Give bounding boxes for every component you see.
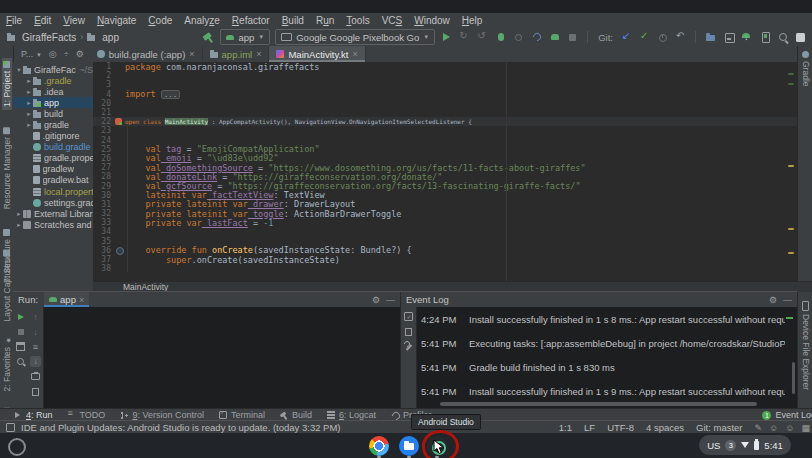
code-line[interactable]: 33 private var lastFact = -1 (93, 218, 797, 227)
tree-item-external-libraries[interactable]: ▸External Libraries (13, 208, 93, 219)
tool-window-button-terminal[interactable]: Terminal (219, 410, 265, 420)
stop-icon[interactable] (566, 31, 579, 44)
tool-window-button-4-run[interactable]: 4: Run (14, 410, 53, 420)
wrap-icon[interactable] (30, 341, 41, 352)
locate-file-icon[interactable]: ◎ (49, 49, 57, 59)
tree-item-app[interactable]: ▸app (13, 97, 93, 108)
history-icon[interactable] (656, 31, 669, 44)
sdk-icon[interactable] (740, 31, 753, 44)
pen-icon[interactable]: ✎ (755, 423, 763, 433)
code-line[interactable]: 2 (93, 71, 797, 80)
menu-file[interactable]: File (6, 15, 22, 26)
run-configuration-dropdown[interactable]: app▼ (220, 29, 270, 45)
avd-icon[interactable] (758, 31, 771, 44)
vertical-scrollbar[interactable] (792, 362, 795, 394)
tab-mainactivity-kt[interactable]: MainActivity.kt× (269, 46, 365, 62)
attach-icon[interactable] (548, 31, 561, 44)
print-icon[interactable] (30, 371, 41, 382)
breadcrumb-module[interactable]: app (102, 32, 119, 43)
launcher-button[interactable] (8, 438, 26, 456)
debug-icon[interactable] (494, 31, 507, 44)
indicator-icon[interactable]: ▦ (801, 423, 810, 433)
code-line[interactable]: 37 super.onCreate(savedInstanceState) (93, 255, 797, 264)
clear-icon[interactable] (30, 386, 41, 397)
menu-code[interactable]: Code (148, 15, 172, 26)
files-app-icon[interactable] (399, 436, 419, 456)
status-lf[interactable]: LF (584, 422, 595, 433)
pin-icon[interactable] (15, 356, 26, 367)
status-1-1[interactable]: 1:1 (559, 422, 572, 433)
run-console[interactable] (43, 307, 400, 409)
menu-help[interactable]: Help (462, 15, 483, 26)
wrench-icon[interactable] (403, 341, 414, 352)
coverage-icon[interactable] (512, 31, 525, 44)
minimize-icon[interactable]: — (783, 295, 792, 305)
menu-build[interactable]: Build (282, 15, 304, 26)
code-line[interactable]: 38 (93, 264, 797, 273)
code-editor[interactable]: 1package com.naranjaconsal.giraffefacts2… (93, 62, 797, 281)
smiley-icon[interactable]: ☺ (785, 423, 794, 433)
markread-icon[interactable] (403, 311, 414, 322)
menu-edit[interactable]: Edit (34, 15, 51, 26)
status-git-master[interactable]: Git: master (696, 422, 742, 433)
commit-icon[interactable] (638, 31, 651, 44)
menu-refactor[interactable]: Refactor (232, 15, 270, 26)
stop-icon[interactable] (15, 326, 26, 337)
tab-build-gradle-app[interactable]: build.gradle (:app)× (90, 46, 203, 62)
run-play-icon[interactable] (440, 31, 453, 44)
chrome-app-icon[interactable] (369, 436, 389, 456)
code-line[interactable]: 3 (93, 80, 797, 89)
profiler-icon[interactable] (530, 31, 543, 44)
trash-icon[interactable] (403, 326, 414, 337)
window-icon[interactable] (794, 31, 807, 44)
code-line[interactable]: 20 (93, 99, 797, 108)
code-line[interactable]: 22open class MainActivity : AppCompatAct… (93, 117, 797, 126)
tree-item-gradle[interactable]: ▸gradle (13, 119, 93, 130)
close-icon[interactable]: × (256, 49, 261, 59)
breadcrumb-project[interactable]: GiraffeFacts (22, 32, 76, 43)
tool-window-button-9-version-control[interactable]: 9: Version Control (120, 410, 204, 420)
tree-item-settings-gradle[interactable]: settings.gradle (13, 197, 93, 208)
tree-item-gradlew-bat[interactable]: gradlew.bat (13, 175, 93, 186)
code-line[interactable]: 1package com.naranjaconsal.giraffefacts (93, 62, 797, 71)
menu-run[interactable]: Run (316, 15, 334, 26)
tool-window-button-todo[interactable]: TODO (68, 410, 106, 420)
tree-item-local-properties[interactable]: local.properties (13, 186, 93, 197)
tool-window-button-build[interactable]: Build (280, 410, 312, 420)
tree-item-scratches-and-consoles[interactable]: ▸Scratches and Consoles (13, 219, 93, 230)
down-icon[interactable] (30, 326, 41, 337)
menu-window[interactable]: Window (414, 15, 450, 26)
tool-window-stripe-device-file-explorer[interactable]: Device File Explorer (801, 301, 811, 390)
menu-view[interactable]: View (63, 15, 85, 26)
tree-item-build-gradle[interactable]: build.gradle (13, 142, 93, 153)
search-icon[interactable] (776, 31, 789, 44)
close-icon[interactable]: × (352, 49, 357, 59)
apply-code-icon[interactable] (476, 31, 489, 44)
status-utf-8[interactable]: UTF-8 (607, 422, 634, 433)
menu-vcs[interactable]: VCS (382, 15, 403, 26)
status-4-spaces[interactable]: 4 spaces (646, 422, 684, 433)
revert-icon[interactable] (674, 31, 687, 44)
code-line[interactable]: 34 (93, 227, 797, 236)
tool-window-stripe-1-project[interactable]: 1: Project (2, 58, 12, 110)
status-message[interactable]: IDE and Plugin Updates: Android Studio i… (21, 422, 341, 433)
tree-item-idea[interactable]: ▸.idea (13, 86, 93, 97)
tab-app-iml[interactable]: app.iml× (203, 46, 270, 62)
menu-navigate[interactable]: Navigate (97, 15, 136, 26)
tool-window-button-6-logcat[interactable]: 6: Logcat (327, 410, 376, 420)
tool-window-stripe-layout-captures[interactable]: Layout Captures (2, 246, 12, 324)
project-view-dropdown[interactable]: P... ▼ (21, 49, 42, 59)
code-line[interactable]: 4import ... (93, 90, 797, 99)
collapse-all-icon[interactable]: ÷ (64, 49, 69, 59)
code-line[interactable]: 23 (93, 126, 797, 135)
scrollend-icon[interactable] (30, 356, 41, 367)
close-icon[interactable]: × (189, 49, 194, 59)
close-icon[interactable]: × (79, 295, 84, 305)
tool-window-stripe-resource-manager[interactable]: Resource Manager (2, 124, 12, 212)
settings-gear-icon[interactable]: ⚙ (372, 295, 380, 305)
menu-tools[interactable]: Tools (346, 15, 369, 26)
tree-item-gradle-properties[interactable]: gradle.properties (13, 153, 93, 164)
folders-icon[interactable] (704, 31, 717, 44)
tree-item-gradle[interactable]: ▸.gradle (13, 75, 93, 86)
settings-gear-icon[interactable]: ⚙ (76, 49, 84, 59)
